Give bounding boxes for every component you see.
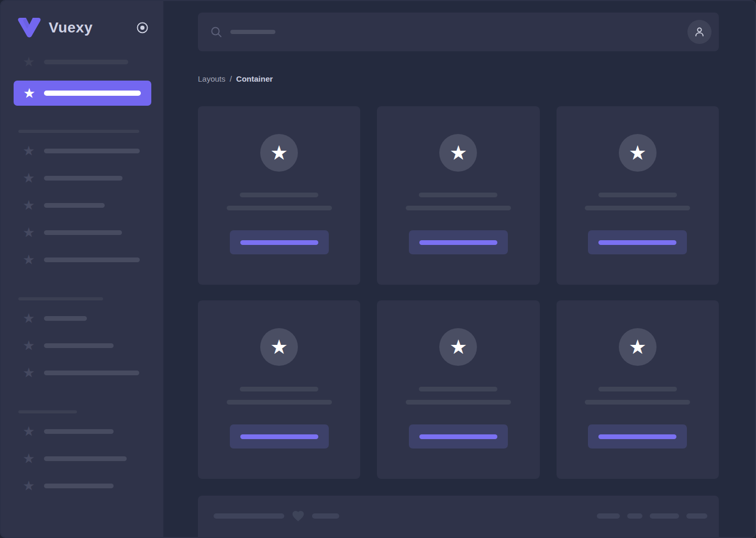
card-subtitle-skeleton (406, 400, 511, 405)
sidebar-nav-item[interactable]: ★ (1, 445, 163, 472)
star-icon: ★ (22, 226, 36, 239)
card-button[interactable] (409, 230, 508, 254)
card-title-skeleton (598, 193, 677, 197)
sidebar-nav-item[interactable]: ★ (1, 192, 163, 219)
sidebar-nav-item[interactable]: ★ (1, 359, 163, 386)
sidebar-nav-item[interactable]: ★ (1, 472, 163, 499)
card-button-label-skeleton (598, 240, 676, 245)
search-input-placeholder-skeleton[interactable] (230, 30, 275, 34)
sidebar-groups: ★★★★★★★★★★★ (1, 130, 163, 499)
nav-group-header-skeleton (18, 410, 77, 413)
breadcrumb-separator: / (230, 74, 232, 83)
app-title: Vuexy (49, 19, 93, 36)
sidebar-nav-group: ★★★ (1, 410, 163, 499)
nav-item-label-skeleton (44, 484, 114, 488)
card-button-label-skeleton (419, 240, 497, 245)
nav-item-label-skeleton (44, 456, 127, 461)
star-icon: ★ (449, 143, 467, 163)
sidebar-nav-item[interactable]: ★ (1, 219, 163, 246)
nav-item-label-skeleton (44, 371, 139, 375)
sidebar-nav-item[interactable]: ★ (1, 246, 163, 273)
star-icon: ★ (22, 198, 36, 212)
card-grid: ★ ★ ★ ★ (198, 106, 719, 479)
footer-text-skeleton (214, 513, 284, 519)
star-icon: ★ (270, 337, 288, 357)
card-avatar: ★ (260, 134, 298, 172)
card-subtitle-skeleton (585, 206, 690, 210)
nav-item-label-skeleton (44, 176, 123, 181)
main-content: Layouts / Container ★ ★ ★ (163, 1, 755, 537)
footer-link-skeleton[interactable] (597, 513, 620, 519)
placeholder-card: ★ (557, 106, 719, 285)
nav-item-label-skeleton (44, 257, 140, 262)
card-title-skeleton (598, 387, 677, 391)
sidebar-nav-item[interactable]: ★ (1, 332, 163, 359)
star-icon: ★ (23, 86, 36, 100)
nav-item-label-skeleton (44, 230, 122, 235)
card-title-skeleton (419, 387, 497, 391)
star-icon: ★ (22, 55, 36, 69)
card-subtitle-skeleton (227, 206, 332, 210)
card-subtitle-skeleton (227, 400, 332, 405)
vuexy-logo-icon (17, 17, 42, 39)
footer-link-skeleton[interactable] (686, 513, 707, 519)
star-icon: ★ (22, 144, 36, 158)
card-button[interactable] (230, 424, 329, 449)
card-subtitle-skeleton (585, 400, 690, 405)
app-window: Vuexy ★ ★ ★★★★★★★★★★★ (0, 0, 756, 538)
card-avatar: ★ (439, 134, 477, 172)
star-icon: ★ (629, 337, 647, 357)
card-title-skeleton (240, 193, 318, 197)
card-button-label-skeleton (598, 434, 676, 439)
nav-group-header-skeleton (18, 130, 139, 133)
placeholder-card: ★ (377, 300, 539, 479)
card-button[interactable] (588, 424, 687, 449)
sidebar-nav-item[interactable]: ★ (1, 305, 163, 332)
star-icon: ★ (22, 339, 36, 352)
card-avatar: ★ (619, 134, 657, 172)
magnifier-icon (210, 26, 222, 38)
placeholder-card: ★ (198, 106, 360, 285)
sidebar-nav-item-active[interactable]: ★ (14, 81, 151, 106)
card-avatar: ★ (619, 328, 657, 366)
breadcrumb-current: Container (236, 74, 273, 83)
card-button-label-skeleton (240, 240, 318, 245)
footer-link-skeleton[interactable] (650, 513, 679, 519)
search-bar[interactable] (198, 13, 719, 51)
card-subtitle-skeleton (406, 206, 511, 210)
footer-text-skeleton (312, 513, 339, 519)
sidebar-nav-item[interactable]: ★ (1, 48, 163, 75)
card-avatar: ★ (439, 328, 477, 366)
sidebar-nav-group: ★★★ (1, 297, 163, 386)
card-button-label-skeleton (419, 434, 497, 439)
card-avatar: ★ (260, 328, 298, 366)
sidebar-nav-item[interactable]: ★ (1, 164, 163, 192)
sidebar-nav-item[interactable]: ★ (1, 137, 163, 164)
radio-circle-icon[interactable] (136, 21, 149, 34)
nav-item-label-skeleton (44, 203, 105, 208)
footer-link-skeleton[interactable] (627, 513, 642, 519)
star-icon: ★ (22, 311, 36, 325)
sidebar-nav-item[interactable]: ★ (1, 418, 163, 445)
star-icon: ★ (22, 479, 36, 492)
star-icon: ★ (22, 452, 36, 465)
nav-item-label-skeleton (44, 149, 140, 153)
card-button-label-skeleton (240, 434, 318, 439)
nav-item-label-skeleton (44, 429, 114, 434)
user-avatar[interactable] (687, 20, 711, 44)
logo-row: Vuexy (1, 1, 163, 39)
heart-icon (291, 509, 305, 525)
card-button[interactable] (588, 230, 687, 254)
breadcrumb-parent[interactable]: Layouts (198, 74, 226, 83)
sidebar-nav-group: ★★★★★ (1, 130, 163, 273)
card-title-skeleton (240, 387, 318, 391)
person-icon (693, 26, 706, 38)
card-button[interactable] (230, 230, 329, 254)
placeholder-card: ★ (557, 300, 719, 479)
nav-item-label-skeleton (44, 91, 141, 96)
placeholder-card: ★ (198, 300, 360, 479)
nav-item-label-skeleton (44, 343, 114, 348)
star-icon: ★ (22, 366, 36, 379)
star-icon: ★ (22, 253, 36, 266)
card-button[interactable] (409, 424, 508, 449)
